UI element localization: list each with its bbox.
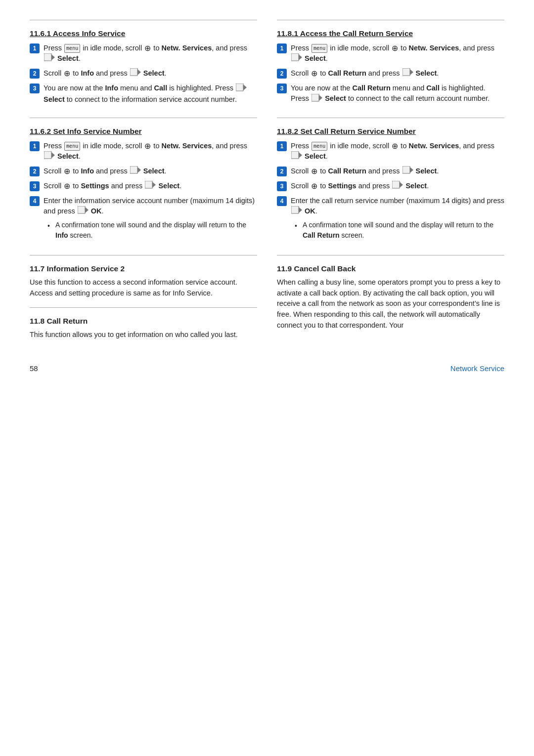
step-number: 3 (277, 181, 287, 191)
section-11-7-body: Use this function to access a second inf… (30, 277, 257, 299)
svg-marker-5 (243, 84, 247, 90)
step-text: Press menu in idle mode, scroll ⊕ to Net… (291, 43, 504, 64)
select-icon (291, 53, 302, 64)
scroll-icon: ⊕ (144, 44, 151, 52)
section-11-8-1-title: 11.8.1 Access the Call Return Service (277, 29, 504, 38)
select-icon (402, 166, 413, 177)
step-text: You are now at the Info menu and Call is… (44, 83, 257, 104)
left-column: 11.6.1 Access Info Service1Press menu in… (30, 20, 257, 349)
step-text: Scroll ⊕ to Call Return and press Select… (291, 68, 439, 79)
section-label: Network Service (450, 364, 504, 373)
select-icon (44, 151, 55, 162)
svg-rect-4 (236, 84, 243, 91)
menu-icon: menu (64, 142, 80, 151)
select-icon (145, 181, 156, 192)
bullet-item: •A confirmation tone will sound and the … (47, 220, 257, 240)
section-11-8-1-steps: 1Press menu in idle mode, scroll ⊕ to Ne… (277, 43, 504, 105)
bullet-dot: • (295, 221, 300, 231)
svg-marker-3 (137, 69, 141, 75)
step-number: 3 (277, 84, 287, 93)
section-11-9-body: When calling a busy line, some operators… (277, 277, 504, 331)
svg-rect-22 (402, 166, 410, 173)
section-11-8-2-title: 11.8.2 Set Call Return Service Number (277, 127, 504, 136)
svg-rect-24 (392, 181, 400, 188)
section-11-6-1-steps: 1Press menu in idle mode, scroll ⊕ to Ne… (30, 43, 257, 105)
scroll-icon: ⊕ (311, 70, 317, 78)
menu-icon: menu (312, 142, 327, 151)
step-item: 4Enter the information service account n… (30, 196, 257, 242)
menu-icon: menu (312, 44, 327, 53)
step-number: 1 (277, 141, 287, 151)
svg-marker-19 (319, 95, 322, 101)
step-number: 3 (30, 181, 40, 191)
svg-rect-6 (44, 151, 51, 159)
step-text: Enter the call return service number (ma… (291, 196, 504, 242)
step-item: 2Scroll ⊕ to Info and press Select. (30, 166, 257, 177)
step-item: 3You are now at the Info menu and Call i… (30, 83, 257, 104)
section-11-6-1-title: 11.6.1 Access Info Service (30, 29, 257, 38)
svg-rect-18 (312, 94, 319, 101)
step-number: 2 (277, 69, 287, 79)
step-number: 1 (30, 141, 40, 151)
scroll-icon: ⊕ (311, 182, 317, 190)
bullet-dot: • (47, 221, 52, 231)
step-number: 1 (30, 43, 40, 53)
step-text: Press menu in idle mode, scroll ⊕ to Net… (291, 141, 504, 162)
svg-marker-9 (137, 167, 141, 173)
step-number: 4 (30, 196, 40, 206)
section-11-8-2: 11.8.2 Set Call Return Service Number1Pr… (277, 118, 504, 255)
step-text: You are now at the Call Return menu and … (291, 83, 504, 104)
section-11-6-2-title: 11.6.2 Set Info Service Number (30, 127, 257, 136)
scroll-icon: ⊕ (311, 168, 317, 175)
svg-rect-20 (291, 151, 299, 159)
step-number: 2 (30, 167, 40, 176)
scroll-icon: ⊕ (144, 142, 151, 150)
right-column: 11.8.1 Access the Call Return Service1Pr… (277, 20, 504, 349)
section-11-6-1: 11.6.1 Access Info Service1Press menu in… (30, 20, 257, 118)
svg-rect-12 (78, 206, 85, 213)
step-item: 1Press menu in idle mode, scroll ⊕ to Ne… (277, 141, 504, 162)
section-11-6-2-steps: 1Press menu in idle mode, scroll ⊕ to Ne… (30, 141, 257, 242)
step-item: 3You are now at the Call Return menu and… (277, 83, 504, 104)
scroll-icon: ⊕ (392, 142, 398, 150)
svg-marker-1 (51, 54, 55, 60)
select-icon (236, 84, 247, 94)
step-text: Press menu in idle mode, scroll ⊕ to Net… (44, 141, 257, 162)
menu-icon: menu (64, 44, 80, 53)
select-icon (44, 53, 55, 64)
bullet-list: •A confirmation tone will sound and the … (47, 220, 257, 240)
svg-marker-21 (299, 152, 302, 158)
section-11-7-title: 11.7 Information Service 2 (30, 264, 257, 273)
step-item: 3Scroll ⊕ to Settings and press Select. (277, 181, 504, 192)
step-text: Scroll ⊕ to Settings and press Select. (291, 181, 429, 192)
section-11-8-title: 11.8 Call Return (30, 317, 257, 326)
step-text: Scroll ⊕ to Call Return and press Select… (291, 166, 439, 177)
scroll-icon: ⊕ (64, 70, 70, 78)
step-number: 2 (30, 69, 40, 79)
bullet-list: •A confirmation tone will sound and the … (295, 220, 504, 240)
section-11-9: 11.9 Cancel Call BackWhen calling a busy… (277, 255, 504, 340)
svg-marker-11 (152, 182, 156, 188)
step-text: Scroll ⊕ to Settings and press Select. (44, 181, 181, 192)
step-item: 4Enter the call return service number (m… (277, 196, 504, 242)
bullet-text: A confirmation tone will sound and the d… (55, 220, 257, 240)
step-text: Enter the information service account nu… (44, 196, 257, 242)
svg-marker-15 (299, 54, 302, 60)
page-layout: 11.6.1 Access Info Service1Press menu in… (30, 20, 504, 349)
select-icon (78, 206, 89, 217)
svg-marker-25 (400, 182, 403, 188)
svg-rect-14 (291, 53, 299, 61)
page-number: 58 (30, 364, 38, 373)
step-text: Scroll ⊕ to Info and press Select. (44, 68, 167, 79)
select-icon (291, 206, 302, 217)
page-footer: 58 Network Service (30, 364, 504, 373)
select-icon (312, 94, 322, 105)
select-icon (402, 68, 413, 79)
section-11-6-2: 11.6.2 Set Info Service Number1Press men… (30, 118, 257, 255)
step-item: 3Scroll ⊕ to Settings and press Select. (30, 181, 257, 192)
scroll-icon: ⊕ (64, 182, 70, 190)
section-11-8: 11.8 Call ReturnThis function allows you… (30, 307, 257, 349)
svg-marker-17 (410, 69, 413, 75)
svg-marker-23 (410, 167, 413, 173)
step-text: Scroll ⊕ to Info and press Select. (44, 166, 167, 177)
